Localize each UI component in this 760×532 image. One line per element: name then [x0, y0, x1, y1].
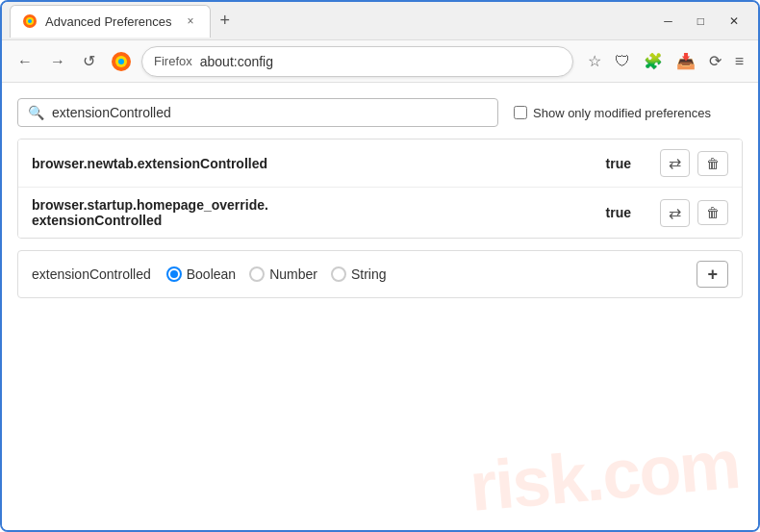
pref-name-1: browser.newtab.extensionControlled [32, 156, 596, 171]
window-controls: ─ □ ✕ [652, 11, 750, 32]
tab-close-button[interactable]: × [184, 13, 198, 30]
radio-boolean[interactable]: Boolean [166, 266, 236, 282]
new-tab-button[interactable]: + [215, 9, 237, 33]
maximize-button[interactable]: □ [686, 11, 716, 32]
radio-string-label: String [351, 266, 387, 282]
bookmark-icon: ☆ [588, 53, 601, 69]
radio-number-label: Number [269, 266, 317, 282]
forward-button[interactable]: → [44, 47, 71, 76]
type-radio-group: Boolean Number String [166, 266, 682, 282]
download-button[interactable]: 📥 [671, 47, 700, 75]
table-row: browser.newtab.extensionControlled true … [18, 139, 742, 188]
new-pref-row: extensionControlled Boolean Number Strin… [17, 250, 743, 298]
synced-icon: ⟳ [709, 53, 722, 69]
nav-icons: ☆ 🛡 🧩 📥 ⟳ ≡ [583, 47, 748, 75]
download-icon: 📥 [676, 53, 696, 69]
modified-prefs-checkbox[interactable] [514, 106, 527, 119]
add-pref-button[interactable]: + [697, 261, 728, 288]
toggle-button-1[interactable]: ⇄ [660, 149, 690, 177]
toggle-button-2[interactable]: ⇄ [660, 199, 690, 227]
search-row: 🔍 Show only modified preferences [17, 98, 743, 127]
tab-area: Advanced Preferences × + [10, 5, 652, 38]
address-bar[interactable]: Firefox about:config [141, 46, 573, 77]
bookmark-button[interactable]: ☆ [583, 47, 606, 75]
shield-button[interactable]: 🛡 [610, 48, 635, 75]
delete-button-1[interactable]: 🗑 [697, 151, 728, 176]
radio-boolean-dot [166, 266, 182, 282]
search-icon: 🔍 [28, 105, 44, 120]
close-button[interactable]: ✕ [718, 11, 750, 32]
row-actions-2: ⇄ 🗑 [660, 199, 728, 227]
radio-number-dot [249, 266, 265, 282]
radio-string[interactable]: String [331, 266, 387, 282]
address-text: about:config [200, 54, 561, 69]
new-pref-name: extensionControlled [32, 266, 151, 282]
pref-value-2: true [606, 205, 631, 220]
row-actions-1: ⇄ 🗑 [660, 149, 728, 177]
pref-value-1: true [606, 156, 631, 171]
trash-icon-1: 🗑 [706, 156, 720, 171]
toggle-icon-1: ⇄ [669, 155, 681, 171]
back-icon: ← [17, 53, 33, 70]
active-tab[interactable]: Advanced Preferences × [10, 5, 211, 38]
pref-name-2-line2: extensionControlled [32, 213, 596, 228]
modified-prefs-checkbox-label[interactable]: Show only modified preferences [514, 106, 711, 120]
extension-icon: 🧩 [644, 53, 663, 69]
svg-point-5 [118, 59, 124, 64]
watermark: risk.com [467, 424, 742, 526]
pref-name-2-line1: browser.startup.homepage_override. [32, 197, 596, 213]
svg-point-2 [28, 19, 32, 23]
table-row: browser.startup.homepage_override. exten… [18, 188, 742, 238]
nav-bar: ← → ↺ Firefox about:config ☆ 🛡 🧩 📥 ⟳ ≡ [2, 40, 758, 83]
title-bar: Advanced Preferences × + ─ □ ✕ [2, 2, 758, 40]
tab-favicon [22, 13, 38, 29]
menu-icon: ≡ [735, 53, 744, 69]
firefox-logo [111, 51, 132, 72]
shield-icon: 🛡 [615, 53, 630, 69]
delete-button-2[interactable]: 🗑 [697, 200, 728, 225]
firefox-label: Firefox [154, 54, 192, 68]
reload-icon: ↺ [83, 52, 95, 70]
results-table: browser.newtab.extensionControlled true … [17, 139, 743, 239]
menu-button[interactable]: ≡ [730, 48, 748, 75]
radio-boolean-label: Boolean [187, 266, 236, 282]
pref-name-2: browser.startup.homepage_override. exten… [32, 197, 596, 228]
trash-icon-2: 🗑 [706, 205, 720, 220]
back-button[interactable]: ← [12, 47, 38, 76]
radio-string-dot [331, 266, 346, 282]
search-input[interactable] [52, 105, 488, 120]
radio-number[interactable]: Number [249, 266, 317, 282]
extension-button[interactable]: 🧩 [639, 47, 668, 75]
synced-button[interactable]: ⟳ [704, 47, 726, 75]
tab-title: Advanced Preferences [45, 14, 172, 29]
minimize-button[interactable]: ─ [652, 11, 684, 32]
toggle-icon-2: ⇄ [669, 205, 681, 221]
reload-button[interactable]: ↺ [77, 46, 101, 76]
forward-icon: → [50, 53, 65, 70]
search-box[interactable]: 🔍 [17, 98, 498, 127]
content-area: 🔍 Show only modified preferences browser… [2, 83, 758, 532]
modified-prefs-label: Show only modified preferences [533, 106, 711, 120]
